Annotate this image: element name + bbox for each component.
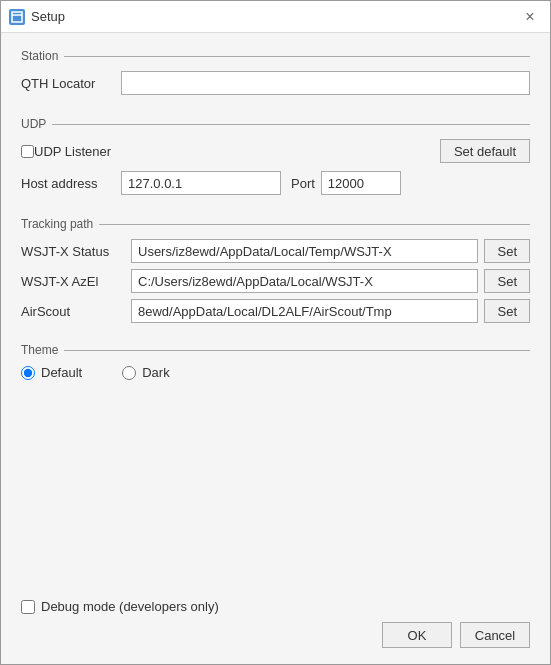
window-title: Setup	[31, 9, 518, 24]
title-bar: Setup ×	[1, 1, 550, 33]
tracking-input-1[interactable]	[131, 269, 478, 293]
close-button[interactable]: ×	[518, 5, 542, 29]
ok-button[interactable]: OK	[382, 622, 452, 648]
station-section: Station QTH Locator	[21, 49, 530, 103]
debug-mode-checkbox[interactable]	[21, 600, 35, 614]
qth-locator-input[interactable]	[121, 71, 530, 95]
port-input[interactable]	[321, 171, 401, 195]
qth-locator-row: QTH Locator	[21, 71, 530, 95]
main-content: Station QTH Locator UDP UDP Listener Set…	[1, 33, 550, 589]
tracking-label-0: WSJT-X Status	[21, 244, 131, 259]
station-divider-line	[64, 56, 530, 57]
tracking-set-button-2[interactable]: Set	[484, 299, 530, 323]
tracking-input-2[interactable]	[131, 299, 478, 323]
cancel-button[interactable]: Cancel	[460, 622, 530, 648]
udp-section: UDP UDP Listener Set default Host addres…	[21, 117, 530, 203]
set-default-button[interactable]: Set default	[440, 139, 530, 163]
tracking-path-section: Tracking path WSJT-X Status Set WSJT-X A…	[21, 217, 530, 329]
host-address-row: Host address Port	[21, 171, 530, 195]
theme-section: Theme Default Dark	[21, 343, 530, 380]
tracking-set-button-1[interactable]: Set	[484, 269, 530, 293]
tracking-section-label: Tracking path	[21, 217, 99, 231]
qth-locator-label: QTH Locator	[21, 76, 121, 91]
host-address-label: Host address	[21, 176, 121, 191]
theme-section-label: Theme	[21, 343, 64, 357]
tracking-row-1: WSJT-X AzEl Set	[21, 269, 530, 293]
debug-row: Debug mode (developers only)	[21, 599, 530, 614]
udp-divider: UDP	[21, 117, 530, 131]
udp-section-label: UDP	[21, 117, 52, 131]
udp-listener-row: UDP Listener Set default	[21, 139, 530, 163]
debug-mode-label: Debug mode (developers only)	[41, 599, 219, 614]
station-divider: Station	[21, 49, 530, 63]
udp-divider-line	[52, 124, 530, 125]
tracking-label-1: WSJT-X AzEl	[21, 274, 131, 289]
tracking-divider-line	[99, 224, 530, 225]
port-label: Port	[291, 176, 315, 191]
theme-divider: Theme	[21, 343, 530, 357]
theme-default-label: Default	[41, 365, 82, 380]
tracking-input-0[interactable]	[131, 239, 478, 263]
theme-default-option: Default	[21, 365, 82, 380]
theme-dark-label: Dark	[142, 365, 169, 380]
udp-listener-checkbox[interactable]	[21, 145, 34, 158]
tracking-row-0: WSJT-X Status Set	[21, 239, 530, 263]
theme-divider-line	[64, 350, 530, 351]
host-address-input[interactable]	[121, 171, 281, 195]
station-section-label: Station	[21, 49, 64, 63]
footer-buttons: OK Cancel	[21, 622, 530, 648]
udp-listener-label: UDP Listener	[34, 144, 111, 159]
tracking-row-2: AirScout Set	[21, 299, 530, 323]
theme-default-radio[interactable]	[21, 366, 35, 380]
tracking-set-button-0[interactable]: Set	[484, 239, 530, 263]
theme-options: Default Dark	[21, 365, 530, 380]
window-icon	[9, 9, 25, 25]
svg-rect-0	[12, 12, 22, 22]
tracking-label-2: AirScout	[21, 304, 131, 319]
setup-dialog: Setup × Station QTH Locator UDP UDP List…	[0, 0, 551, 665]
theme-dark-radio[interactable]	[122, 366, 136, 380]
footer: Debug mode (developers only) OK Cancel	[1, 589, 550, 664]
theme-dark-option: Dark	[122, 365, 169, 380]
tracking-divider: Tracking path	[21, 217, 530, 231]
